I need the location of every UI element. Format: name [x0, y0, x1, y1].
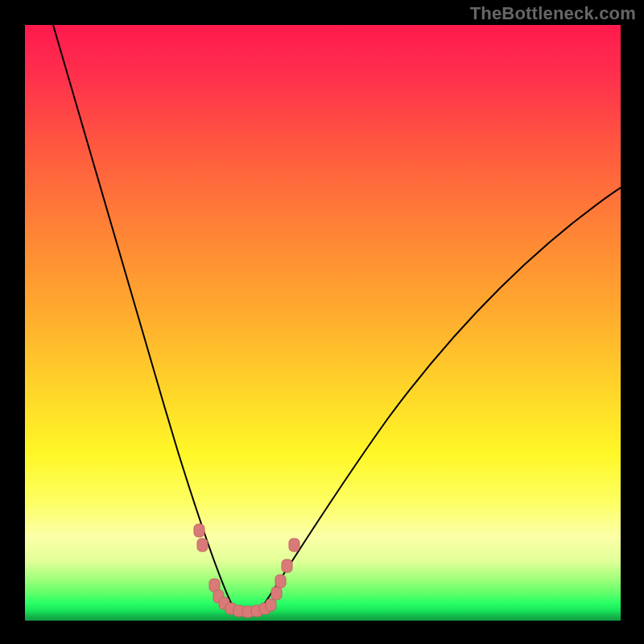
svg-rect-13	[282, 559, 292, 572]
svg-rect-11	[271, 587, 282, 600]
attribution-label: TheBottleneck.com	[470, 3, 636, 24]
svg-rect-14	[289, 539, 299, 551]
bottleneck-curve-right	[246, 188, 621, 614]
bottleneck-curve-left	[53, 25, 246, 614]
chart-frame: TheBottleneck.com	[0, 0, 644, 644]
plot-area	[25, 25, 621, 621]
chart-svg	[25, 25, 621, 621]
svg-rect-1	[197, 539, 208, 551]
trough-markers	[194, 524, 299, 617]
svg-rect-10	[266, 599, 276, 611]
svg-rect-0	[194, 524, 204, 537]
svg-rect-12	[275, 575, 286, 588]
